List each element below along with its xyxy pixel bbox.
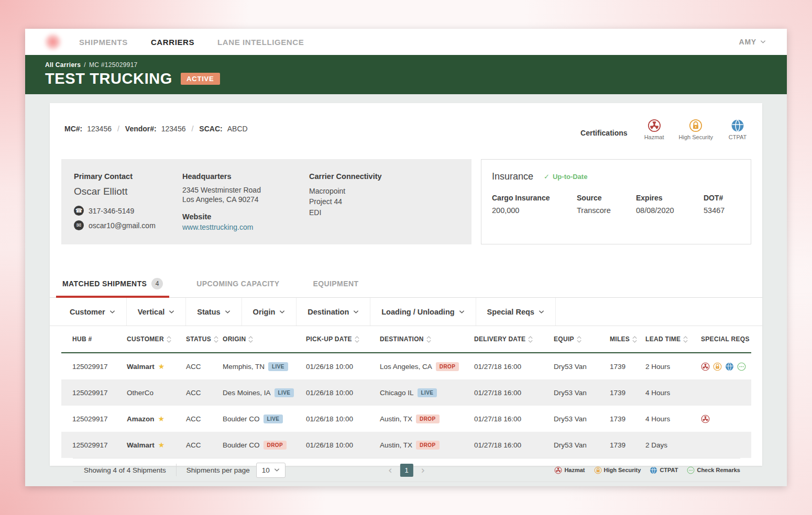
carrier-banner: All Carriers / MC #125029917 TEST TRUCKI… bbox=[25, 55, 787, 94]
per-page-select[interactable]: 10 bbox=[256, 463, 286, 478]
high-security-icon bbox=[713, 362, 722, 371]
primary-contact-section: Primary Contact Oscar Elliott ☎ 317-346-… bbox=[74, 172, 182, 231]
insurance-field-source: SourceTranscore bbox=[577, 194, 636, 215]
column-header-hub: HUB # bbox=[72, 335, 127, 343]
nav-tab-carriers[interactable]: CARRIERS bbox=[151, 38, 194, 47]
cell-delivery-date: 01/27/18 16:00 bbox=[474, 415, 554, 423]
shipment-row[interactable]: 125029917Walmart★ACCBoulder CODROP01/26/… bbox=[61, 432, 751, 458]
connectivity-list: MacropointProject 44EDI bbox=[309, 186, 459, 218]
filter-label: Loading / Unloading bbox=[381, 308, 454, 316]
cell-lead-time: 2 Days bbox=[645, 441, 701, 449]
breadcrumb-all-carriers[interactable]: All Carriers bbox=[45, 61, 81, 69]
chevron-down-icon bbox=[760, 40, 766, 44]
phone-icon: ☎ bbox=[74, 206, 84, 216]
filter-label: Vertical bbox=[138, 308, 165, 316]
chevron-down-icon bbox=[353, 310, 359, 314]
contact-email: oscar10@gmail.com bbox=[89, 221, 156, 230]
chevron-down-icon bbox=[109, 310, 115, 314]
status-badge: ACTIVE bbox=[181, 73, 220, 85]
origin-city: Des Moines, IA bbox=[223, 389, 271, 397]
cell-pickup-date: 01/26/18 10:00 bbox=[306, 441, 380, 449]
user-menu[interactable]: AMY bbox=[739, 38, 766, 46]
certification-ctpat: CTPAT bbox=[726, 119, 750, 140]
sort-icon bbox=[166, 335, 172, 343]
cell-customer: Amazon★ bbox=[127, 415, 186, 423]
column-header-status[interactable]: STATUS bbox=[186, 335, 223, 343]
legend-check-remarks: Check Remarks bbox=[687, 466, 740, 474]
column-header-customer[interactable]: CUSTOMER bbox=[127, 335, 186, 343]
column-label: LEAD TIME bbox=[645, 335, 681, 343]
filter-customer[interactable]: Customer bbox=[59, 298, 127, 326]
cell-miles: 1739 bbox=[610, 389, 645, 397]
chevron-down-icon bbox=[459, 310, 465, 314]
website-link[interactable]: www.testtrucking.com bbox=[182, 223, 309, 231]
destination-city: Chicago IL bbox=[380, 389, 414, 397]
column-label: STATUS bbox=[186, 335, 211, 343]
nav-tab-shipments[interactable]: SHIPMENTS bbox=[79, 38, 128, 47]
cell-status: ACC bbox=[186, 415, 223, 423]
filter-origin[interactable]: Origin bbox=[242, 298, 297, 326]
column-header-delivery-date[interactable]: DELIVERY DATE bbox=[474, 335, 554, 343]
shipments-table: HUB #CUSTOMERSTATUSORIGINPICK-UP DATEDES… bbox=[61, 326, 751, 482]
hazmat-icon bbox=[554, 466, 562, 474]
tab-label: EQUIPMENT bbox=[313, 279, 359, 288]
nav-tab-lane-intelligence[interactable]: LANE INTELLIGENCE bbox=[217, 38, 304, 47]
filter-label: Customer bbox=[70, 308, 105, 316]
tab-upcoming-capacity[interactable]: UPCOMING CAPACITY bbox=[190, 274, 286, 297]
insurance-status: ✓ Up-to-Date bbox=[544, 173, 587, 181]
column-header-destination[interactable]: DESTINATION bbox=[380, 335, 474, 343]
column-header-equip[interactable]: EQUIP bbox=[554, 335, 610, 343]
user-name: AMY bbox=[739, 38, 756, 46]
filter-loading-unloading[interactable]: Loading / Unloading bbox=[370, 298, 476, 326]
insurance-field-dot: DOT#53467 bbox=[704, 194, 740, 215]
legend-label: CTPAT bbox=[660, 467, 678, 473]
app-window: SHIPMENTSCARRIERSLANE INTELLIGENCE AMY A… bbox=[25, 29, 787, 486]
column-header-origin[interactable]: ORIGIN bbox=[223, 335, 306, 343]
cell-equip: Dry53 Van bbox=[554, 389, 610, 397]
cell-miles: 1739 bbox=[610, 441, 645, 449]
filter-status[interactable]: Status bbox=[186, 298, 242, 326]
filter-vertical[interactable]: Vertical bbox=[127, 298, 186, 326]
next-page-button[interactable]: › bbox=[421, 465, 425, 475]
column-header-pick-up-date[interactable]: PICK-UP DATE bbox=[306, 335, 380, 343]
column-label: PICK-UP DATE bbox=[306, 335, 352, 343]
cell-lead-time: 4 Hours bbox=[645, 389, 701, 397]
origin-city: Boulder CO bbox=[223, 441, 260, 449]
connectivity-item: Macropoint bbox=[309, 186, 459, 196]
destination-city: Los Angeles, CA bbox=[380, 363, 432, 371]
drop-badge: DROP bbox=[416, 441, 440, 450]
tab-matched-shipments[interactable]: MATCHED SHIPMENTS4 bbox=[56, 274, 169, 297]
column-label: CUSTOMER bbox=[127, 335, 164, 343]
results-summary: Showing 4 of 4 Shipments bbox=[84, 466, 166, 474]
insurance-fields: Cargo Insurance200,000SourceTranscoreExp… bbox=[492, 194, 740, 215]
legend-hazmat: Hazmat bbox=[554, 466, 585, 474]
headquarters-heading: Headquarters bbox=[182, 172, 309, 181]
shipment-row[interactable]: 125029917Walmart★ACCMemphis, TNLIVE01/26… bbox=[61, 353, 751, 379]
hazmat-icon bbox=[648, 119, 661, 132]
cell-hub: 125029917 bbox=[72, 389, 127, 397]
current-page-button[interactable]: 1 bbox=[400, 464, 413, 477]
contact-phone: 317-346-5149 bbox=[89, 207, 134, 215]
summary-value: ABCD bbox=[227, 125, 248, 133]
tab-label: MATCHED SHIPMENTS bbox=[62, 279, 147, 288]
sort-icon bbox=[213, 335, 219, 343]
cell-origin: Boulder COLIVE bbox=[223, 415, 306, 423]
summary-label: Vendor#: bbox=[125, 125, 157, 133]
column-header-lead-time[interactable]: LEAD TIME bbox=[645, 335, 701, 343]
summary-separator: / bbox=[116, 125, 120, 133]
certification-label: CTPAT bbox=[729, 134, 747, 140]
sort-icon bbox=[354, 335, 360, 343]
certification-label: Hazmat bbox=[644, 134, 664, 140]
shipment-row[interactable]: 125029917OtherCoACCDes Moines, IALIVE01/… bbox=[61, 379, 751, 406]
company-logo[interactable] bbox=[44, 33, 62, 51]
column-header-miles[interactable]: MILES bbox=[610, 335, 645, 343]
per-page-value: 10 bbox=[262, 466, 270, 474]
tab-equipment[interactable]: EQUIPMENT bbox=[307, 274, 365, 297]
cell-customer: Walmart★ bbox=[127, 441, 186, 449]
filter-destination[interactable]: Destination bbox=[297, 298, 370, 326]
hq-address-line2: Los Angeles, CA 90274 bbox=[182, 195, 309, 205]
filter-special-reqs[interactable]: Special Reqs bbox=[476, 298, 556, 326]
prev-page-button[interactable]: ‹ bbox=[388, 465, 392, 475]
shipment-row[interactable]: 125029917Amazon★ACCBoulder COLIVE01/26/1… bbox=[61, 406, 751, 432]
cell-equip: Dry53 Van bbox=[554, 415, 610, 423]
